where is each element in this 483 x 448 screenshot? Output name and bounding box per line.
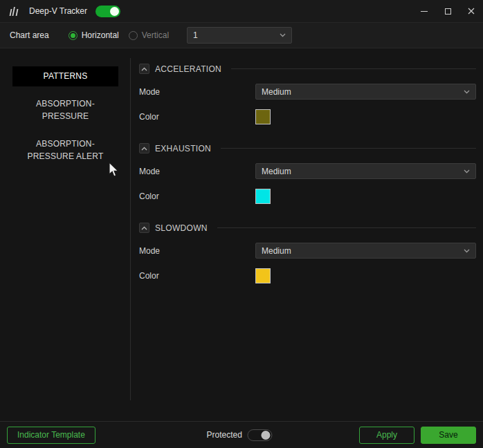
collapse-button[interactable] [139, 64, 149, 74]
app-logo-icon [8, 6, 21, 16]
header-divider [231, 68, 476, 69]
mode-select[interactable]: Medium [255, 243, 476, 259]
section-exhaustion: EXHAUSTION Mode Medium Color [139, 143, 476, 204]
chart-area-bar: Chart area Horizontal Vertical 1 [0, 23, 483, 48]
header-divider [221, 148, 476, 149]
main-area: PATTERNS ABSORPTION-PRESSURE ABSORPTION-… [0, 48, 483, 421]
chevron-down-icon [464, 249, 470, 253]
color-swatch[interactable] [255, 189, 271, 204]
settings-panel: ACCELERATION Mode Medium Color [131, 48, 483, 421]
section-header: SLOWDOWN [139, 223, 476, 233]
chevron-down-icon [464, 169, 470, 174]
minimize-button[interactable] [412, 0, 436, 22]
mode-label: Mode [139, 246, 255, 256]
collapse-button[interactable] [139, 143, 149, 153]
radio-vertical[interactable]: Vertical [129, 30, 169, 40]
maximize-button[interactable] [436, 0, 459, 22]
radio-horizontal-label: Horizontal [82, 30, 119, 40]
section-slowdown: SLOWDOWN Mode Medium Color [139, 223, 476, 283]
apply-button[interactable]: Apply [359, 427, 414, 444]
mode-row: Mode Medium [139, 243, 476, 259]
color-row: Color [139, 268, 476, 283]
mode-label: Mode [139, 87, 255, 97]
toggle-knob [110, 7, 119, 16]
window-controls [412, 0, 483, 22]
mode-select-value: Medium [262, 87, 291, 97]
protected-toggle[interactable] [248, 429, 273, 441]
close-button[interactable] [459, 0, 483, 22]
radio-vertical-label: Vertical [142, 30, 169, 40]
section-title: EXHAUSTION [155, 144, 211, 153]
chevron-up-icon [141, 226, 147, 230]
section-title: ACCELERATION [155, 64, 221, 74]
footer-actions: Apply Save [359, 427, 476, 444]
chart-area-select-value: 1 [193, 30, 198, 40]
sidebar-item-patterns[interactable]: PATTERNS [12, 66, 118, 86]
radio-unselected-icon [129, 31, 138, 40]
section-header: ACCELERATION [139, 64, 476, 74]
section-acceleration: ACCELERATION Mode Medium Color [139, 64, 476, 124]
toggle-knob [262, 431, 271, 440]
footer: Indicator Template Protected Apply Save [0, 421, 483, 448]
radio-horizontal[interactable]: Horizontal [69, 30, 119, 40]
protected-group: Protected [206, 429, 272, 441]
mode-select[interactable]: Medium [255, 84, 476, 100]
color-label: Color [139, 112, 255, 122]
mode-row: Mode Medium [139, 84, 476, 100]
app-window: Deep-V Tracker Chart area Horizontal [0, 0, 483, 448]
collapse-button[interactable] [139, 223, 149, 233]
color-swatch[interactable] [255, 109, 271, 124]
color-label: Color [139, 271, 255, 281]
chevron-down-icon [464, 90, 470, 94]
chevron-down-icon [280, 33, 286, 37]
mode-row: Mode Medium [139, 163, 476, 179]
mode-select[interactable]: Medium [255, 163, 476, 179]
sidebar-item-absorption-pressure-alert[interactable]: ABSORPTION-PRESSURE ALERT [12, 134, 118, 167]
radio-selected-icon [69, 31, 78, 40]
section-header: EXHAUSTION [139, 143, 476, 153]
close-icon [468, 8, 475, 15]
chevron-up-icon [141, 147, 147, 151]
indicator-template-button[interactable]: Indicator Template [7, 427, 95, 444]
sidebar-item-absorption-pressure[interactable]: ABSORPTION-PRESSURE [12, 94, 118, 127]
color-row: Color [139, 189, 476, 204]
mode-select-value: Medium [262, 246, 291, 256]
protected-label: Protected [206, 430, 241, 440]
indicator-enabled-toggle[interactable] [95, 6, 120, 17]
window-title: Deep-V Tracker [29, 6, 87, 16]
color-row: Color [139, 109, 476, 124]
mode-label: Mode [139, 167, 255, 176]
titlebar-left: Deep-V Tracker [8, 6, 120, 17]
color-swatch[interactable] [255, 268, 271, 283]
section-title: SLOWDOWN [155, 223, 208, 233]
titlebar: Deep-V Tracker [0, 0, 483, 23]
chevron-up-icon [141, 67, 147, 71]
mode-select-value: Medium [262, 167, 291, 176]
chart-area-label: Chart area [10, 30, 49, 40]
minimize-icon [421, 11, 428, 12]
maximize-icon [445, 8, 451, 15]
sidebar: PATTERNS ABSORPTION-PRESSURE ABSORPTION-… [0, 48, 131, 421]
header-divider [217, 227, 476, 228]
color-label: Color [139, 192, 255, 201]
save-button[interactable]: Save [421, 427, 476, 444]
chart-area-select[interactable]: 1 [187, 27, 292, 44]
